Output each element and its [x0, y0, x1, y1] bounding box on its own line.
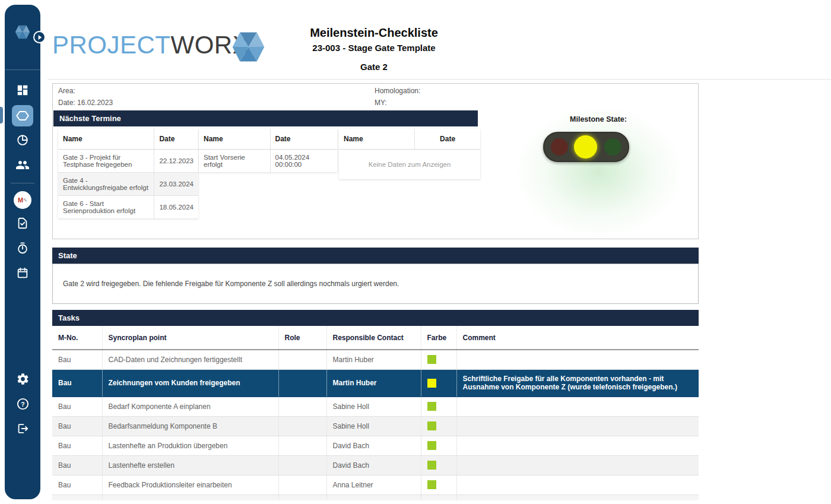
task-comment: Schriftliche Freigabe für alle Komponent…	[456, 369, 699, 397]
termine-col-header: Date	[270, 129, 337, 150]
task-point: Bedarf Komponente A einplanen	[102, 397, 278, 416]
task-role	[278, 369, 326, 397]
gate-label: Gate 2	[249, 62, 499, 72]
termine-table-2: NameDateStart Vorserie erfolgt04.05.2024…	[199, 129, 337, 172]
task-row[interactable]: BauFeedback Produktionsleiter einarbeite…	[52, 475, 699, 495]
tasks-table: M-No. Syncroplan point Role Responsible …	[52, 326, 699, 500]
traffic-light-red	[551, 138, 568, 156]
termine-date: 18.05.2024	[154, 196, 198, 219]
task-point: Lastenhefte an Produktion übergeben	[102, 436, 278, 455]
sidebar: M✎ ?	[5, 5, 40, 499]
my-label: MY:	[375, 99, 387, 107]
task-mno: Bau	[52, 350, 102, 369]
farbe-swatch	[427, 379, 436, 388]
tasks-section-header: Tasks	[52, 310, 699, 326]
logout-icon	[16, 422, 29, 435]
termine-col-header: Name	[339, 129, 415, 150]
state-text: Gate 2 wird freigegeben. Die fehlende Fr…	[52, 264, 699, 304]
traffic-light	[543, 132, 629, 162]
svg-text:?: ?	[21, 400, 24, 407]
task-mno: Bau	[52, 475, 102, 495]
dashboard-icon	[16, 84, 29, 97]
task-row[interactable]: BauZeichnungen vom Kunden freigegebenMar…	[52, 369, 699, 397]
task-row[interactable]: BauLastenhefte an Produktion übergebenDa…	[52, 436, 699, 455]
brand-hexagon-logo-icon	[15, 24, 30, 40]
termine-col-header: Name	[58, 129, 154, 150]
termine-row: Gate 3 - Projekt für Testphase freigegeb…	[58, 150, 198, 173]
milestone-glow	[516, 107, 682, 237]
sidebar-expand-toggle[interactable]	[33, 31, 46, 43]
termine-table-1: NameDateGate 3 - Projekt für Testphase f…	[58, 129, 198, 218]
termine-col-header: Date	[415, 129, 480, 150]
task-row-partial	[52, 495, 699, 500]
sidebar-drag-handle[interactable]	[0, 107, 3, 123]
task-mno: Bau	[52, 436, 102, 455]
farbe-swatch	[427, 355, 436, 364]
traffic-light-yellow	[574, 135, 597, 159]
task-mno: Bau	[52, 397, 102, 416]
task-row[interactable]: BauBedarfsanmeldung Komponente BSabine H…	[52, 416, 699, 436]
sidebar-item-reports[interactable]	[12, 129, 33, 151]
sidebar-item-documents[interactable]	[12, 213, 33, 234]
header-divider	[47, 79, 831, 80]
stopwatch-icon	[16, 242, 29, 255]
task-mno: Bau	[52, 455, 102, 475]
task-mno: Bau	[52, 369, 102, 397]
termine-row: Start Vorserie erfolgt04.05.2024 00:00:0…	[199, 150, 337, 173]
termine-section-header: Nächste Termine	[53, 110, 478, 126]
task-row[interactable]: BauCAD-Daten und Zeichnungen fertiggeste…	[52, 350, 699, 369]
page: M✎ ?	[0, 0, 831, 504]
termine-header-row: NameDate	[199, 129, 337, 150]
termine-panel: Area: Homologation: Date: 16.02.2023 MY:…	[52, 83, 699, 239]
report-title-block: Meilenstein-Checkliste 23-003 - Stage Ga…	[249, 26, 499, 72]
termine-name: Start Vorserie erfolgt	[199, 150, 270, 173]
help-icon: ?	[16, 397, 30, 411]
page-title: Meilenstein-Checkliste	[249, 26, 499, 40]
termine-date: 04.05.2024 00:00:00	[270, 150, 337, 173]
sidebar-item-settings[interactable]	[12, 368, 33, 389]
task-row[interactable]: BauLastenhefte erstellenDavid Bach	[52, 455, 699, 475]
state-section-header: State	[52, 248, 699, 264]
task-role	[278, 416, 326, 436]
termine-name: Gate 6 - Start Serienproduktion erfolgt	[58, 196, 154, 219]
task-contact: Sabine Holl	[326, 397, 421, 416]
sidebar-item-calendar[interactable]	[12, 262, 33, 284]
state-panel: State Gate 2 wird freigegeben. Die fehle…	[52, 248, 699, 304]
page-subtitle: 23-003 - Stage Gate Template	[249, 43, 499, 53]
brand-project: PROJECT	[52, 31, 171, 59]
sidebar-item-milestones[interactable]	[12, 105, 33, 126]
task-comment	[456, 436, 699, 455]
gear-icon	[16, 372, 30, 386]
task-role	[278, 455, 326, 475]
user-avatar[interactable]: M✎	[14, 191, 31, 209]
calendar-icon	[16, 267, 29, 280]
task-role	[278, 475, 326, 495]
farbe-swatch	[427, 480, 436, 489]
termine-col-header: Name	[199, 129, 270, 150]
col-contact: Responsible Contact	[326, 326, 421, 350]
task-contact: Martin Huber	[326, 369, 421, 397]
task-comment	[456, 397, 699, 416]
task-role	[278, 436, 326, 455]
task-comment	[456, 350, 699, 369]
sidebar-item-timer[interactable]	[12, 237, 33, 259]
avatar-initial: M	[18, 196, 23, 204]
chevron-right-icon	[37, 35, 42, 40]
sidebar-divider	[5, 69, 40, 70]
farbe-swatch	[427, 402, 436, 411]
termine-empty-row: Keine Daten zum Anzeigen	[339, 150, 480, 179]
date-label: Date: 16.02.2023	[58, 99, 113, 107]
sidebar-item-logout[interactable]	[12, 418, 33, 439]
sidebar-item-dashboard[interactable]	[12, 80, 33, 101]
col-syncroplan: Syncroplan point	[102, 326, 278, 350]
termine-row: Gate 4 - Entwicklungsfreigabe erfolgt23.…	[58, 173, 198, 196]
farbe-swatch	[427, 461, 436, 470]
termine-name: Gate 4 - Entwicklungsfreigabe erfolgt	[58, 173, 154, 196]
task-row[interactable]: BauBedarf Komponente A einplanenSabine H…	[52, 397, 699, 416]
sidebar-item-help[interactable]: ?	[12, 393, 33, 414]
milestone-state-label: Milestone State:	[521, 115, 675, 123]
sidebar-item-users[interactable]	[12, 154, 33, 176]
task-contact: Sabine Holl	[326, 416, 421, 436]
termine-date: 22.12.2023	[154, 150, 198, 173]
traffic-light-green	[604, 138, 621, 156]
